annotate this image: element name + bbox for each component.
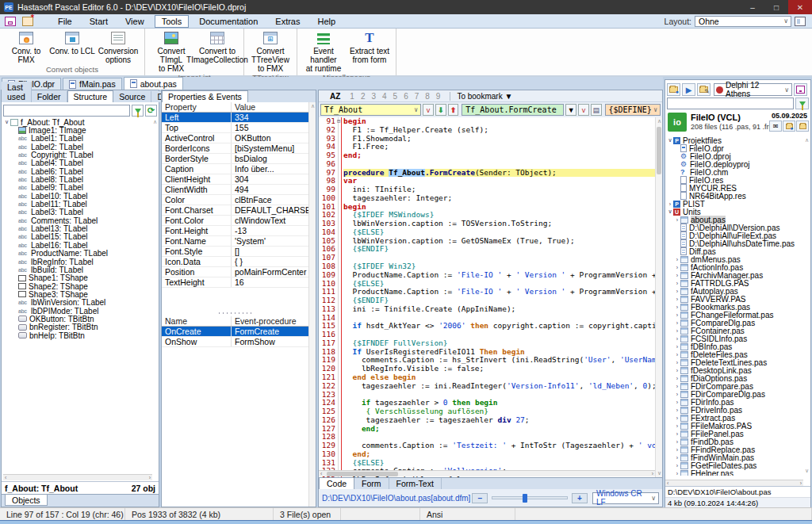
tree-item[interactable]: abcLabel6: TLabel <box>3 167 152 175</box>
docs-button[interactable] <box>783 120 795 132</box>
bookmark-2[interactable]: 2 <box>361 92 366 101</box>
doc-tab-fMain-pas[interactable]: fMain.pas <box>63 78 122 90</box>
project-tree-item[interactable]: ⚙FileIO.dproj <box>667 152 803 160</box>
save-project-button[interactable] <box>794 83 807 96</box>
project-tree-item[interactable]: FileIO.res <box>667 176 803 184</box>
project-tree-item[interactable]: FileIO.dpr <box>667 144 803 152</box>
project-tree-item[interactable]: NR64BitApp.res <box>667 192 803 200</box>
project-tree-item[interactable]: ›FDirCompare.pas <box>667 382 803 390</box>
bookmark-9[interactable]: 9 <box>436 92 441 101</box>
menu-file[interactable]: File <box>51 15 79 28</box>
tree-item[interactable]: abcLabel10: TLabel <box>3 192 152 200</box>
menu-view[interactable]: View <box>118 15 151 28</box>
expander-icon[interactable]: › <box>674 368 680 373</box>
minimize-button[interactable]: – <box>741 0 764 14</box>
property-row[interactable]: Top155 <box>162 123 308 133</box>
define-select[interactable]: {$DEFINE}∨ <box>605 104 661 116</box>
expander-icon[interactable]: › <box>674 312 680 318</box>
to-bookmark-button[interactable]: To bookmark ▼ <box>457 92 512 101</box>
property-row[interactable]: TextHeight16 <box>162 277 308 288</box>
project-tree-item[interactable]: ›FDirInfo.pas <box>667 399 803 407</box>
expander-icon[interactable]: › <box>674 471 680 476</box>
expander-icon[interactable]: › <box>674 281 680 286</box>
doc-tab-about-pas[interactable]: about.pas <box>124 77 183 90</box>
tree-item[interactable]: abcLabel2: TLabel <box>3 143 152 151</box>
project-tree-item[interactable]: ›FCSIDLInfo.pas <box>667 335 803 342</box>
tree-item[interactable]: abcLabel8: TLabel <box>3 175 152 183</box>
tree-item[interactable]: OKButton: TBitBtn <box>3 315 152 323</box>
tree-item[interactable]: Shape1: TShape <box>3 274 152 282</box>
expander-icon[interactable]: › <box>674 352 680 358</box>
project-tree-item[interactable]: ›FATTRDLG.PAS <box>667 279 803 287</box>
zoom-slider[interactable] <box>492 496 567 499</box>
zoom-in-button[interactable]: + <box>572 493 588 503</box>
close-button[interactable]: ✕ <box>788 0 812 14</box>
tree-item[interactable]: abclbRegInfo: TLabel <box>3 258 152 266</box>
project-tree-item[interactable]: MYCUR.RES <box>667 184 803 192</box>
property-row[interactable]: ClientHeight304 <box>162 174 308 185</box>
property-row[interactable]: Icon.Data{ } <box>162 257 308 267</box>
property-row[interactable]: Font.Name'System' <box>162 236 308 247</box>
project-tree-item[interactable]: ›FDirCompareDlg.pas <box>667 391 803 399</box>
property-row[interactable]: Font.Style[] <box>162 247 308 257</box>
property-row[interactable]: ActiveControlOKButton <box>162 133 308 143</box>
property-row[interactable]: CaptionInfo über... <box>162 164 308 174</box>
project-options-button[interactable] <box>667 83 680 96</box>
expander-icon[interactable]: › <box>674 328 680 334</box>
project-tree-item[interactable]: D:\DelphiAll\uhsDateTime.pas <box>667 239 803 247</box>
expander-icon[interactable]: › <box>674 415 680 421</box>
fold-icon[interactable]: ⊟ <box>337 119 340 124</box>
expander-icon[interactable]: › <box>674 423 680 429</box>
tab-code[interactable]: Code <box>319 478 354 490</box>
tree-item[interactable]: abcLabel4: TLabel <box>3 159 152 167</box>
editor-hscrollbar[interactable]: ‹› <box>319 470 655 476</box>
expander-icon[interactable]: › <box>674 400 680 405</box>
tree-item[interactable]: Image1: TImage <box>3 126 152 134</box>
project-tree-item[interactable]: ›fActionInfo.pas <box>667 263 803 271</box>
project-filter-button[interactable] <box>795 98 809 109</box>
expander-icon[interactable]: › <box>674 431 680 437</box>
expander-icon[interactable]: › <box>674 407 680 413</box>
project-tree-item[interactable]: ›FFileMakros.PAS <box>667 423 803 430</box>
bookmark-6[interactable]: 6 <box>404 92 408 101</box>
menu-start[interactable]: Start <box>82 15 115 28</box>
save-icon[interactable] <box>5 17 16 26</box>
jump-up-button[interactable]: ⬆ <box>448 104 459 116</box>
tree-item[interactable]: abcLabel11: TLabel <box>3 200 152 208</box>
project-tree-item[interactable]: D:\DelphiAll\uFileExt.pas <box>667 231 803 239</box>
scroll-down-icon[interactable]: ∨ <box>805 468 809 474</box>
project-tree-item[interactable]: ›fDeleteFiles.pas <box>667 350 803 358</box>
project-tree-item[interactable]: ›PPLIST <box>667 200 803 208</box>
project-tree-item[interactable]: ›FGetFileDates.pas <box>667 462 803 470</box>
tab-source[interactable]: Source <box>113 91 151 102</box>
tab-structure[interactable]: Structure <box>67 90 114 102</box>
new-form-icon[interactable] <box>22 17 33 26</box>
convert-lcl-button[interactable]: Conv. to LCL <box>49 29 95 55</box>
project-tree-item[interactable]: ›fDiaOptions.pas <box>667 374 803 382</box>
tree-item[interactable]: abcComments: TLabel <box>3 216 152 224</box>
expander-icon[interactable]: › <box>674 447 680 453</box>
bookmark-3[interactable]: 3 <box>371 92 376 101</box>
zoom-out-button[interactable]: – <box>472 493 488 503</box>
property-row[interactable]: BorderIcons[biSystemMenu] <box>162 143 308 154</box>
tree-item[interactable]: Shape3: TShape <box>3 290 152 298</box>
proc-prev-button[interactable]: ▼ <box>565 104 576 116</box>
line-ending-select[interactable]: Windows CR LF∨ <box>592 492 659 504</box>
expander-icon[interactable]: › <box>674 296 680 302</box>
expander-icon[interactable]: › <box>674 376 680 381</box>
project-tree-item[interactable]: ›FBookmarks.pas <box>667 303 803 311</box>
expander-icon[interactable]: › <box>674 384 680 389</box>
editor-vscrollbar[interactable]: ∧ ∨ <box>655 117 662 477</box>
tree-item[interactable]: abcLabel3: TLabel <box>3 208 152 216</box>
dfm-link[interactable]: [about.dfm] <box>431 494 470 503</box>
property-row[interactable]: ColorclBtnFace <box>162 195 308 205</box>
expander-icon[interactable]: › <box>674 439 680 445</box>
bookmark-4[interactable]: 4 <box>382 92 387 101</box>
proc-dropdown-button[interactable]: v <box>578 104 589 116</box>
expander-icon[interactable]: › <box>674 344 680 350</box>
tree-item[interactable]: abcCopyright: TLabel <box>3 151 152 159</box>
filter-button[interactable] <box>132 105 144 117</box>
sort-az-button[interactable]: AZ <box>330 92 340 101</box>
expander-icon[interactable]: › <box>674 217 680 223</box>
expander-icon[interactable]: › <box>667 201 673 207</box>
